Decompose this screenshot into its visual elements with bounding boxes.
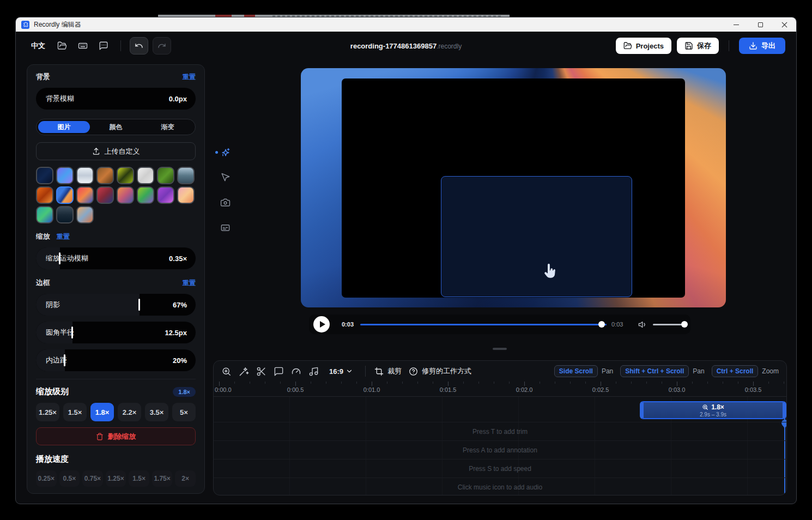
save-button[interactable]: 保存 <box>677 38 719 54</box>
seek-slider[interactable] <box>360 324 607 325</box>
cursor-tool[interactable] <box>220 172 231 183</box>
close-button[interactable] <box>772 17 796 32</box>
timeline-track-row[interactable]: Press T to add trim <box>214 422 786 441</box>
timeline-track-row[interactable]: Press A to add annotation <box>214 440 786 459</box>
zoom-motion-blur-slider[interactable]: 缩放运动模糊0.35× <box>36 247 196 269</box>
music-icon[interactable] <box>308 366 319 377</box>
annotation-icon[interactable] <box>274 366 284 377</box>
background-reset-link[interactable]: 重置 <box>183 72 196 82</box>
captions-tool[interactable] <box>220 222 231 233</box>
ruler-minor-tick <box>326 382 326 384</box>
background-thumbnail-grid <box>36 167 196 223</box>
zoom-level-button[interactable]: 2.2× <box>118 403 141 421</box>
background-tab[interactable]: 图片 <box>38 121 90 133</box>
app-window: Recordly 编辑器 中文 <box>15 17 797 504</box>
background-thumbnail[interactable] <box>96 167 114 184</box>
volume-knob[interactable] <box>681 321 688 328</box>
shortcuts-button[interactable] <box>75 38 91 54</box>
open-project-button[interactable] <box>54 38 70 54</box>
speed-button[interactable]: 1.25× <box>106 470 126 487</box>
seek-knob[interactable] <box>598 321 605 328</box>
speed-button[interactable]: 0.75× <box>82 470 103 487</box>
slider-handle[interactable] <box>138 299 140 311</box>
speed-button[interactable]: 1.75× <box>152 470 173 487</box>
magic-wand-icon[interactable] <box>239 366 249 377</box>
background-thumbnail[interactable] <box>56 206 74 223</box>
border-reset-link[interactable]: 重置 <box>183 279 196 288</box>
background-thumbnail[interactable] <box>157 186 174 204</box>
zoom-level-button[interactable]: 1.25× <box>36 403 59 421</box>
zoom-level-button[interactable]: 1.5× <box>63 403 87 421</box>
background-thumbnail[interactable] <box>96 186 114 204</box>
slider-value: 67% <box>173 301 187 309</box>
speed-button[interactable]: 0.5× <box>59 470 80 487</box>
timeline-ruler[interactable]: 0:00.00:00.50:01.00:01.50:02.00:02.50:03… <box>214 382 786 397</box>
background-thumbnail[interactable] <box>36 167 53 184</box>
speed-button[interactable]: 1.5× <box>129 470 149 487</box>
trim-help-button[interactable]: 修剪的工作方式 <box>409 366 471 376</box>
upload-custom-button[interactable]: 上传自定义 <box>36 142 196 160</box>
background-thumbnail[interactable] <box>36 186 53 204</box>
folder-open-icon <box>57 41 67 51</box>
zoom-level-button[interactable]: 5× <box>172 403 196 421</box>
speed-button[interactable]: 2× <box>175 470 196 487</box>
scissors-icon[interactable] <box>256 366 266 377</box>
background-thumbnail[interactable] <box>157 167 174 184</box>
border-slider[interactable]: 阴影67% <box>36 294 196 316</box>
export-button[interactable]: 导出 <box>739 38 785 54</box>
background-thumbnail[interactable] <box>76 186 94 204</box>
background-thumbnail[interactable] <box>137 186 154 204</box>
comment-icon <box>99 41 108 51</box>
border-slider[interactable]: 圆角半径12.5px <box>36 322 196 343</box>
ruler-major-tick <box>601 382 601 386</box>
border-slider[interactable]: 内边距20% <box>36 349 196 371</box>
feedback-button[interactable] <box>95 38 112 54</box>
timeline-track-row[interactable]: Press S to add speed <box>214 459 786 478</box>
play-button[interactable] <box>313 316 330 332</box>
zoom-level-button[interactable]: 3.5× <box>145 403 168 421</box>
zoom-effects-tool[interactable] <box>220 147 231 158</box>
volume-slider[interactable] <box>653 324 684 325</box>
delete-zoom-button[interactable]: 删除缩放 <box>36 427 196 445</box>
ruler-major-tick <box>372 382 372 386</box>
ruler-minor-tick <box>417 382 418 384</box>
redo-button[interactable] <box>153 37 171 55</box>
minimize-button[interactable] <box>724 17 748 32</box>
background-thumbnail[interactable] <box>36 206 53 223</box>
speed-gauge-icon[interactable] <box>291 366 301 377</box>
zoom-reset-link[interactable]: 重置 <box>57 232 70 241</box>
background-thumbnail[interactable] <box>117 167 134 184</box>
background-thumbnail[interactable] <box>76 206 94 223</box>
maximize-button[interactable] <box>748 17 772 32</box>
projects-button[interactable]: Projects <box>616 38 671 54</box>
background-thumbnail[interactable] <box>76 167 94 184</box>
language-button[interactable]: 中文 <box>27 38 50 54</box>
crop-button[interactable]: 裁剪 <box>374 366 402 376</box>
track-hint-text: Press A to add annotation <box>463 446 537 454</box>
zoom-level-button[interactable]: 1.8× <box>90 403 114 421</box>
undo-button[interactable] <box>130 37 148 55</box>
zoom-selection-region[interactable] <box>441 176 632 297</box>
ruler-minor-tick <box>616 382 616 384</box>
background-thumbnail[interactable] <box>137 167 154 184</box>
track-hint-text: Press S to add speed <box>469 465 531 473</box>
folder-icon <box>623 41 632 50</box>
timeline-track-row[interactable]: Click music icon to add audio <box>214 477 786 495</box>
background-thumbnail[interactable] <box>117 186 134 204</box>
key-combo-pill: Side Scroll <box>554 365 598 377</box>
background-tab[interactable]: 颜色 <box>90 121 142 133</box>
background-blur-slider[interactable]: 背景模糊0.0px <box>36 88 196 110</box>
speed-button[interactable]: 0.25× <box>36 470 57 487</box>
background-tab[interactable]: 渐变 <box>142 121 193 133</box>
webcam-tool[interactable] <box>220 197 231 208</box>
background-thumbnail[interactable] <box>177 186 195 204</box>
background-thumbnail[interactable] <box>56 167 74 184</box>
zoom-in-icon[interactable] <box>221 366 232 377</box>
preview-resize-handle[interactable] <box>493 348 507 350</box>
background-thumbnail[interactable] <box>56 186 74 204</box>
aspect-ratio-button[interactable]: 16:9 <box>326 366 356 377</box>
timeline-toolbar: 16:9 裁剪 修剪的工作方式 Side ScrollPanShift + Ct… <box>214 361 786 382</box>
ruler-minor-tick <box>341 382 342 384</box>
zoom-region-block[interactable]: 1.8× 2.9s – 3.9s <box>640 401 786 419</box>
background-thumbnail[interactable] <box>177 167 195 184</box>
